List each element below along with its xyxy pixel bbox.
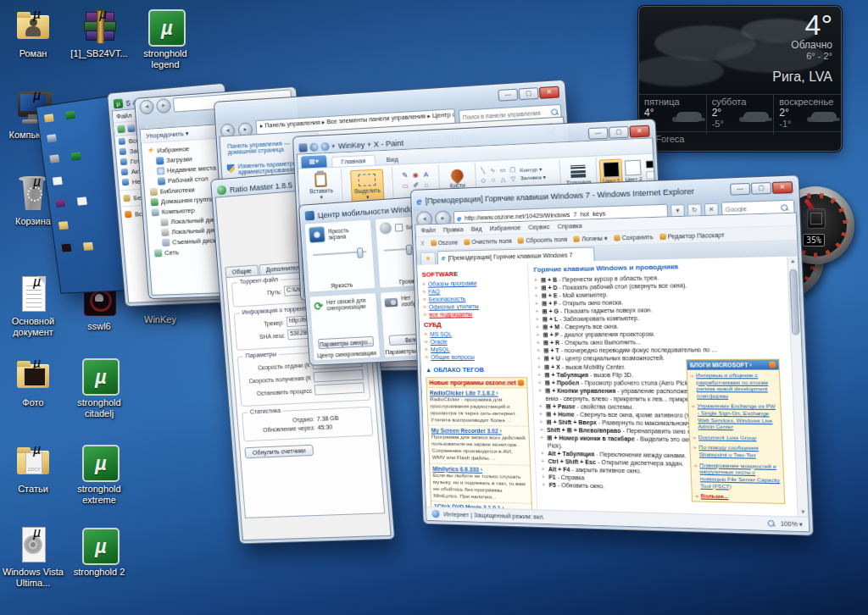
paint-menu-button[interactable]: ▦▾ bbox=[301, 155, 327, 168]
desktop: µ Роман µ Компьютер µ bbox=[0, 0, 868, 615]
cloud-icon bbox=[676, 112, 702, 122]
forecast-day-name: суббота bbox=[712, 97, 769, 107]
menu-item[interactable]: Файл bbox=[421, 227, 436, 234]
maximize-button[interactable]: ▢ bbox=[519, 87, 539, 100]
roboform-button[interactable]: Oszone bbox=[431, 239, 459, 247]
zoom-level[interactable]: 100% ▾ bbox=[781, 520, 803, 528]
forecast-day[interactable]: воскресенье 2° -1° bbox=[773, 95, 841, 135]
menu-item[interactable]: Сервис bbox=[528, 224, 549, 230]
menu-item[interactable]: Вид bbox=[471, 225, 482, 231]
menu-item[interactable]: Файл bbox=[116, 112, 132, 121]
fill-option[interactable]: Заливка ▾ bbox=[520, 174, 546, 181]
forward-icon[interactable]: ▸ bbox=[156, 98, 171, 114]
desktop-icon[interactable]: µ stronghold 2 bbox=[68, 525, 131, 578]
brightness-slider[interactable] bbox=[313, 251, 366, 256]
tab-home[interactable]: Главная bbox=[331, 155, 376, 167]
desktop-icon[interactable]: µ stronghold citadelj bbox=[68, 356, 131, 419]
blog-link[interactable]: По поводу сообщения Sharepoint о Two-Tie… bbox=[690, 442, 782, 461]
color1-current bbox=[603, 162, 620, 178]
desktop-icon-label: Основной документ bbox=[2, 316, 64, 338]
more-link[interactable]: Больше... bbox=[693, 490, 785, 503]
zoom-icon[interactable] bbox=[767, 519, 776, 528]
blog-link[interactable]: Планирование мощностей и нагрузочные тес… bbox=[691, 459, 784, 492]
minimize-button[interactable]: — bbox=[498, 89, 518, 102]
search-icon bbox=[780, 203, 789, 212]
desktop-icon[interactable]: µ Основной документ bbox=[2, 274, 64, 338]
menu-item[interactable]: Правка bbox=[443, 226, 464, 233]
cloud-icon bbox=[811, 112, 837, 122]
rss-icon[interactable] bbox=[769, 362, 776, 368]
desktop-icon[interactable]: µ stronghold extreme bbox=[68, 442, 131, 506]
group-label: Параметры bbox=[242, 351, 279, 358]
brightness-tile: Яркость экрана Яркость bbox=[303, 219, 376, 292]
add-torrent-icon[interactable] bbox=[117, 125, 125, 133]
weather-gadget[interactable]: 4° Облачно 6° - 2° Рига, LVA пятница 4° … bbox=[638, 6, 842, 152]
sync-settings-button[interactable]: Параметры синхро... bbox=[318, 336, 374, 349]
save-icon[interactable] bbox=[298, 143, 307, 152]
desktop-icon[interactable]: µ Фото bbox=[2, 356, 64, 408]
undo-icon[interactable] bbox=[309, 142, 318, 152]
eraser-icon[interactable]: ▭ bbox=[400, 180, 410, 191]
reset-counters-button[interactable]: Обнулить счетчики bbox=[244, 445, 314, 459]
close-button[interactable]: ✕ bbox=[772, 181, 793, 194]
blog-link[interactable]: Интервью и общение с разработчиками по и… bbox=[687, 370, 780, 402]
create-torrent-icon[interactable] bbox=[127, 124, 136, 132]
maximize-button[interactable]: ▢ bbox=[751, 182, 771, 195]
desktop-icon[interactable]: µ Windows Vista Ultima... bbox=[2, 525, 64, 589]
all-sections-link[interactable]: все подразделы bbox=[423, 309, 525, 319]
pencil-icon[interactable]: ✎ bbox=[400, 170, 410, 180]
roboform-button[interactable]: Сохранить bbox=[614, 233, 654, 241]
internet-explorer-window[interactable]: e [Премодерация] Горячие клавиши Windows… bbox=[410, 175, 814, 536]
palette-row-1 bbox=[645, 157, 660, 169]
select-button[interactable]: Выделить▾ bbox=[350, 169, 385, 202]
desktop-icon[interactable]: µ Статьи bbox=[2, 442, 64, 495]
menu-item[interactable]: Справка bbox=[558, 223, 582, 230]
desktop-icon-label: stronghold 2 bbox=[68, 567, 131, 578]
roboform-button[interactable]: Очистить поля bbox=[464, 237, 512, 246]
desktop-icon-label: stronghold extreme bbox=[68, 484, 131, 506]
selection-icon bbox=[358, 174, 376, 186]
close-button[interactable]: ✕ bbox=[539, 86, 559, 99]
search-input[interactable] bbox=[722, 205, 780, 213]
scrollbar-thumb[interactable] bbox=[789, 269, 799, 335]
palette-color[interactable] bbox=[645, 160, 654, 169]
page-content: SOFTWARE Обзоры программFAQБезопасностьО… bbox=[417, 256, 808, 516]
text-tool-icon[interactable]: A bbox=[421, 169, 431, 180]
rss-icon[interactable] bbox=[518, 380, 525, 385]
tab-view[interactable]: Вид bbox=[376, 153, 408, 165]
blog-link[interactable]: Управление Exchange из PW - Single Sign-… bbox=[688, 401, 781, 433]
program-description: Программа для записи всех действий польз… bbox=[431, 434, 527, 463]
roboform-close[interactable]: X bbox=[420, 241, 425, 247]
desktop-icon[interactable]: µ [1]_SB24VT... bbox=[68, 7, 131, 59]
minimize-button[interactable]: — bbox=[588, 127, 609, 140]
organize-button[interactable]: Упорядочить ▾ bbox=[146, 130, 189, 140]
roboform-button[interactable]: Редактор Пасскарт bbox=[659, 231, 725, 241]
paste-button[interactable]: Вставить▾ bbox=[306, 171, 336, 202]
minimize-button[interactable]: — bbox=[730, 183, 750, 196]
palette-color[interactable] bbox=[646, 171, 655, 180]
roboform-button[interactable]: Логины ▾ bbox=[574, 235, 608, 242]
fill-icon[interactable]: ◉ bbox=[410, 170, 420, 180]
redo-icon[interactable] bbox=[320, 141, 329, 151]
sidebar-link[interactable]: Общие вопросы bbox=[425, 352, 526, 361]
weather-copyright: © Foreca bbox=[639, 131, 841, 151]
roboform-button[interactable]: Сбросить поля bbox=[518, 235, 568, 244]
desktop-icon-image: µ bbox=[146, 7, 185, 46]
desktop-icon[interactable]: µ stronghold legend bbox=[134, 7, 197, 70]
menu-item[interactable]: Избранное bbox=[490, 224, 521, 231]
param-input[interactable] bbox=[314, 382, 365, 395]
utorrent-app-icon: µ bbox=[114, 98, 124, 108]
close-button[interactable]: ✕ bbox=[629, 125, 649, 138]
palette-color[interactable] bbox=[655, 170, 660, 179]
favorites-icon[interactable]: ★ bbox=[420, 252, 436, 264]
back-icon[interactable]: ◂ bbox=[139, 99, 154, 114]
forecast-day[interactable]: суббота 2° -5° bbox=[706, 95, 774, 135]
tag-cloud-toggle[interactable]: ▲ ОБЛАКО ТЕГОВ bbox=[426, 366, 527, 374]
param-input[interactable] bbox=[313, 369, 364, 382]
desktop-icon[interactable]: µ Роман bbox=[2, 7, 64, 59]
mute-checkbox[interactable] bbox=[395, 223, 403, 231]
palette-color[interactable] bbox=[654, 160, 660, 169]
maximize-button[interactable]: ▢ bbox=[609, 126, 629, 139]
brightness-icon[interactable] bbox=[309, 226, 326, 243]
outline-option[interactable]: Контур ▾ bbox=[520, 166, 545, 174]
